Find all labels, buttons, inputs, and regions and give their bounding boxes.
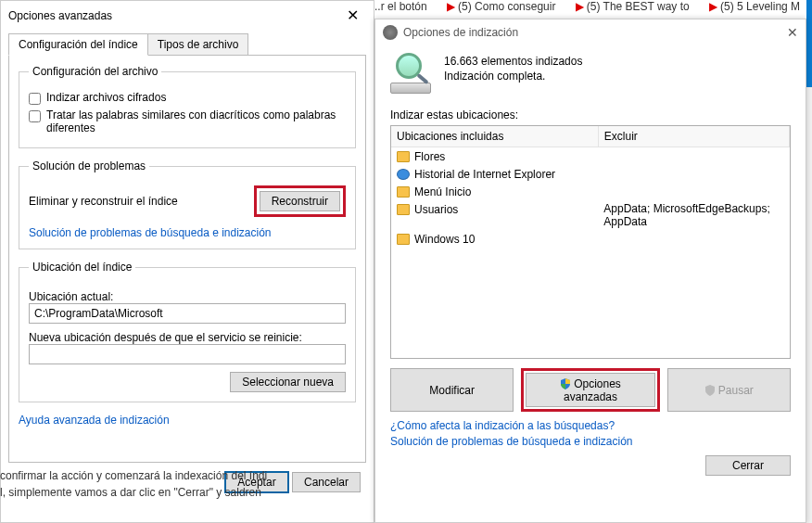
current-location-field[interactable] <box>29 303 346 324</box>
table-row[interactable]: Flores <box>391 147 790 166</box>
highlight-rebuild: Reconstruir <box>254 185 346 217</box>
checkbox-diacritics-box[interactable] <box>29 110 41 122</box>
table-row[interactable]: Menú Inicio <box>391 183 790 200</box>
ie-icon <box>397 169 410 180</box>
pause-button: Pausar <box>667 368 791 412</box>
gear-icon <box>383 25 398 40</box>
table-row[interactable]: Historial de Internet Explorer <box>391 165 790 183</box>
highlight-advanced: Opciones avanzadas <box>521 368 659 412</box>
location-name: Flores <box>414 150 445 163</box>
page-scrollbar[interactable] <box>806 87 812 523</box>
new-location-label: Nueva ubicación después de que el servic… <box>29 331 346 344</box>
troubleshoot-search-link[interactable]: Solución de problemas de búsqueda e indi… <box>29 226 272 239</box>
checkbox-index-encrypted[interactable]: Indizar archivos cifrados <box>29 91 346 105</box>
location-name: Windows 10 <box>414 233 475 246</box>
folder-icon <box>397 234 410 245</box>
background-article-text: confirmar la acción y comenzará la index… <box>0 467 374 501</box>
rebuild-index-label: Eliminar y reconstruir el índice <box>29 195 178 208</box>
group-troubleshoot: Solución de problemas Eliminar y reconst… <box>19 159 356 249</box>
col-included[interactable]: Ubicaciones incluidas <box>391 126 598 147</box>
select-new-button[interactable]: Seleccionar nueva <box>230 372 346 392</box>
rebuild-button[interactable]: Reconstruir <box>260 191 340 211</box>
indexing-status: Indización completa. <box>444 70 582 83</box>
modify-button[interactable]: Modificar <box>390 368 514 412</box>
exclude-value <box>598 230 789 248</box>
checkbox-index-encrypted-box[interactable] <box>29 93 41 105</box>
folder-icon <box>397 186 410 198</box>
indexed-count: 16.663 elementos indizados <box>444 55 582 68</box>
folder-icon <box>397 151 410 162</box>
new-location-field[interactable] <box>29 344 346 364</box>
shield-icon <box>704 385 716 396</box>
exclude-value <box>598 165 789 183</box>
indexing-dialog-title: Opciones de indización <box>403 26 518 39</box>
troubleshoot-search-link[interactable]: Solución de problemas de búsqueda e indi… <box>390 435 791 448</box>
exclude-value: AppData; MicrosoftEdgeBackups; AppData <box>598 200 789 230</box>
location-name: Menú Inicio <box>414 185 471 198</box>
location-name: Usuarios <box>414 203 458 216</box>
group-index-location-legend: Ubicación del índice <box>29 261 135 274</box>
close-button[interactable]: Cerrar <box>705 455 791 476</box>
group-troubleshoot-legend: Solución de problemas <box>29 159 149 172</box>
current-location-label: Ubicación actual: <box>29 290 346 303</box>
advanced-options-dialog: Opciones avanzadas ✕ Configuración del í… <box>0 0 374 523</box>
tab-index-config[interactable]: Configuración del índice <box>8 33 148 56</box>
group-index-location: Ubicación del índice Ubicación actual: N… <box>19 261 356 402</box>
exclude-value <box>598 147 789 166</box>
advanced-options-button[interactable]: Opciones avanzadas <box>526 373 654 407</box>
browser-accent-stripe <box>806 0 812 87</box>
how-indexing-affects-link[interactable]: ¿Cómo afecta la indización a las búsqued… <box>390 419 791 432</box>
close-icon[interactable]: ✕ <box>787 25 798 40</box>
browser-tab-strip: ..r el botón (5) Como conseguir (5) The … <box>374 0 812 20</box>
location-name: Historial de Internet Explorer <box>414 168 555 181</box>
locations-label: Indizar estas ubicaciones: <box>390 108 791 121</box>
advanced-indexing-help-link[interactable]: Ayuda avanzada de indización <box>19 414 170 427</box>
tab-file-types[interactable]: Tipos de archivo <box>147 33 249 56</box>
tab-strip: Configuración del índice Tipos de archiv… <box>8 33 366 56</box>
group-file-config: Configuración del archivo Indizar archiv… <box>19 65 356 148</box>
shield-icon <box>560 378 571 389</box>
folder-icon <box>397 204 410 215</box>
exclude-value <box>598 183 789 200</box>
checkbox-diacritics[interactable]: Tratar las palabras similares con diacrí… <box>29 108 346 134</box>
group-file-config-legend: Configuración del archivo <box>29 65 161 78</box>
table-row[interactable]: UsuariosAppData; MicrosoftEdgeBackups; A… <box>391 200 790 230</box>
close-icon[interactable]: ✕ <box>339 5 366 26</box>
magnifier-drive-icon <box>390 53 435 94</box>
table-row[interactable]: Windows 10 <box>391 230 790 248</box>
indexing-options-dialog: Opciones de indización ✕ 16.663 elemento… <box>374 19 806 523</box>
dialog-title: Opciones avanzadas <box>8 9 112 22</box>
locations-listbox[interactable]: Ubicaciones incluidas Excluir FloresHist… <box>390 125 791 359</box>
col-exclude[interactable]: Excluir <box>598 126 789 147</box>
